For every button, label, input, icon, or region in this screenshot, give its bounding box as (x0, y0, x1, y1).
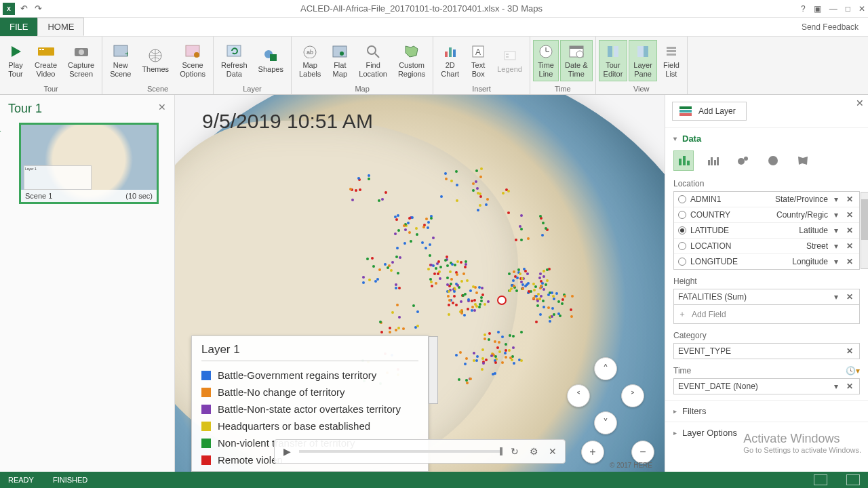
flat-map-button[interactable]: Flat Map (327, 40, 353, 81)
location-row[interactable]: COUNTRYCountry/Regic▾✕ (674, 207, 859, 223)
height-field[interactable]: FATALITIES (Sum) ▾ ✕ (673, 289, 860, 305)
category-field[interactable]: EVENT_TYPE ✕ (673, 343, 860, 359)
remove-field-icon[interactable]: ✕ (844, 257, 855, 266)
find-location-button[interactable]: Find Location (354, 40, 392, 81)
rotate-right-button[interactable]: ˃ (621, 384, 644, 407)
data-point (519, 272, 521, 275)
status-view2-icon[interactable] (846, 474, 860, 485)
map-viewport[interactable]: 9/5/2019 10:51 AM Layer 1 Battle-Governm… (175, 95, 665, 472)
remove-field-icon[interactable]: ✕ (844, 226, 855, 235)
field-list-button[interactable]: Field List (658, 40, 684, 81)
tilt-up-button[interactable]: ˄ (594, 357, 617, 380)
close-icon[interactable]: ✕ (859, 4, 865, 14)
timeline-settings-button[interactable]: ⚙ (527, 445, 540, 458)
legend-scrollbar[interactable] (429, 336, 438, 404)
maximize-icon[interactable]: □ (846, 4, 850, 14)
ribbon-options-icon[interactable]: ▣ (814, 4, 821, 14)
close-layer-pane-icon[interactable]: ✕ (856, 98, 864, 108)
radio-icon[interactable] (678, 226, 686, 235)
redo-icon[interactable]: ↷ (35, 3, 42, 14)
remove-field-icon[interactable]: ✕ (844, 210, 855, 220)
zoom-out-button[interactable]: − (631, 441, 654, 464)
time-line-button[interactable]: Time Line (533, 40, 559, 81)
legend-item: Battle-Government regains territory (201, 367, 418, 384)
map-labels-button[interactable]: abMap Labels (294, 40, 326, 81)
section-header-filters[interactable]: ▸Filters (673, 406, 860, 416)
scene-options-button[interactable]: Scene Options (175, 40, 210, 81)
scene-thumbnail[interactable]: Layer 1 Scene 1 (10 sec) (19, 123, 159, 204)
data-point (533, 289, 536, 291)
play-tour-button[interactable]: Play Tour (3, 40, 28, 81)
chevron-down-icon[interactable]: ▾ (832, 257, 840, 266)
location-row[interactable]: ADMIN1State/Province▾✕ (674, 192, 859, 207)
data-point (465, 263, 467, 266)
viz-heatmap-button[interactable] (763, 150, 783, 171)
remove-height-icon[interactable]: ✕ (844, 292, 855, 302)
close-timeline-button[interactable]: ✕ (546, 445, 559, 458)
loop-timeline-button[interactable]: ↻ (508, 445, 521, 458)
new-scene-button[interactable]: +New Scene (105, 40, 136, 81)
2d-chart-button[interactable]: 2D Chart (436, 40, 464, 81)
tilt-down-button[interactable]: ˅ (594, 411, 617, 434)
tour-editor-button[interactable]: Tour Editor (599, 40, 628, 81)
home-tab[interactable]: HOME (37, 18, 84, 36)
zoom-in-button[interactable]: + (581, 441, 604, 464)
add-layer-button[interactable]: Add Layer (672, 102, 747, 121)
status-view1-icon[interactable] (814, 474, 827, 485)
close-tour-pane-icon[interactable]: ✕ (158, 102, 166, 113)
text-box-button[interactable]: AText Box (465, 40, 491, 81)
time-field[interactable]: EVENT_DATE (None) ▾ ✕ (673, 378, 860, 394)
svg-rect-32 (570, 46, 583, 49)
section-header-layer-options[interactable]: ▸Layer Options (673, 428, 860, 438)
play-timeline-button[interactable]: ▶ (280, 445, 294, 458)
send-feedback-link[interactable]: Send Feedback (792, 18, 868, 36)
legend-button[interactable]: Legend (492, 44, 527, 77)
data-point (501, 336, 504, 338)
svg-rect-43 (687, 161, 690, 165)
clock-icon[interactable]: 🕓▾ (846, 366, 860, 375)
remove-field-icon[interactable]: ✕ (844, 241, 855, 251)
location-scrollbar[interactable] (861, 192, 868, 269)
viz-bubble-button[interactable] (733, 150, 753, 171)
create-video-button[interactable]: Create Video (30, 40, 62, 81)
section-header-data[interactable]: ▾Data (673, 134, 860, 144)
group-label-map: Map (292, 85, 433, 94)
location-row[interactable]: LOCATIONStreet▾✕ (674, 239, 859, 254)
chevron-down-icon[interactable]: ▾ (832, 241, 840, 251)
custom-regions-button[interactable]: Custom Regions (393, 40, 430, 81)
radio-icon[interactable] (678, 258, 686, 266)
file-tab[interactable]: FILE (0, 18, 37, 36)
remove-field-icon[interactable]: ✕ (844, 195, 855, 204)
help-icon[interactable]: ? (801, 4, 806, 14)
viz-region-button[interactable] (793, 150, 813, 171)
data-point (472, 285, 475, 288)
chevron-down-icon[interactable]: ▾ (832, 292, 840, 302)
data-point (448, 304, 450, 306)
rotate-left-button[interactable]: ˂ (567, 384, 590, 407)
data-point (430, 281, 433, 283)
themes-button[interactable]: Themes (137, 44, 174, 77)
chevron-down-icon[interactable]: ▾ (832, 210, 840, 220)
location-row[interactable]: LONGITUDELongitude▾✕ (674, 254, 859, 269)
chevron-down-icon[interactable]: ▾ (832, 226, 840, 235)
minimize-icon[interactable]: — (829, 4, 837, 14)
radio-icon[interactable] (678, 211, 686, 219)
radio-icon[interactable] (678, 195, 686, 203)
layer-pane-button[interactable]: Layer Pane (629, 40, 657, 81)
radio-icon[interactable] (678, 242, 686, 250)
chevron-down-icon[interactable]: ▾ (832, 382, 840, 391)
remove-category-icon[interactable]: ✕ (844, 346, 855, 356)
capture-screen-button[interactable]: Capture Screen (63, 40, 99, 81)
shapes-button[interactable]: Shapes (254, 44, 288, 77)
remove-time-icon[interactable]: ✕ (844, 382, 855, 391)
date-time-button[interactable]: Date & Time (560, 40, 593, 81)
refresh-data-button[interactable]: Refresh Data (216, 40, 252, 81)
undo-icon[interactable]: ↶ (20, 3, 28, 14)
data-point (472, 189, 475, 192)
location-row[interactable]: LATITUDELatitude▾✕ (674, 223, 859, 239)
chevron-down-icon[interactable]: ▾ (832, 195, 840, 204)
viz-stacked-column-button[interactable] (673, 150, 694, 171)
viz-clustered-column-button[interactable] (703, 150, 724, 171)
add-height-field-button[interactable]: ＋Add Field (673, 305, 860, 324)
timeline-track[interactable] (299, 450, 502, 453)
